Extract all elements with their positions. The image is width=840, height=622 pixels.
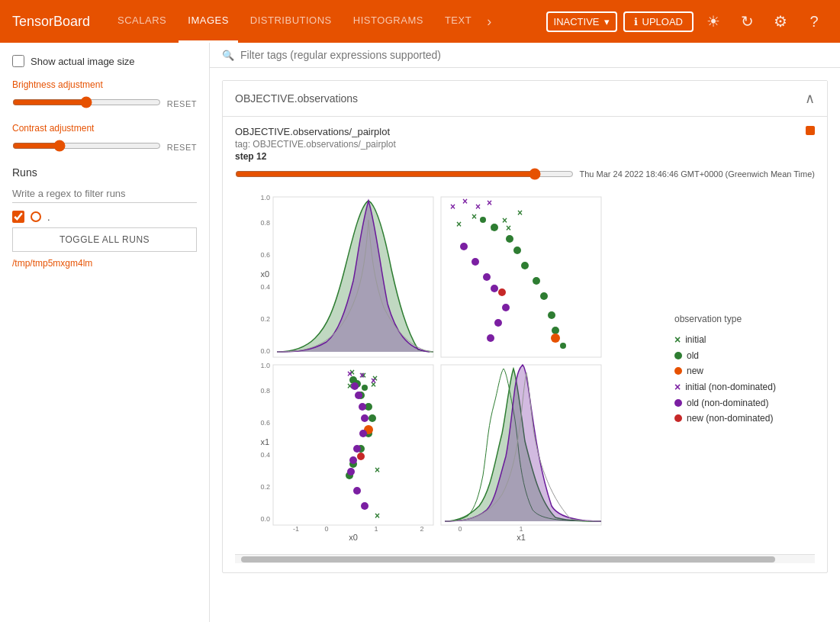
nav-bar: SCALARS IMAGES DISTRIBUTIONS HISTOGRAMS …: [108, 0, 540, 43]
svg-point-59: [487, 334, 494, 342]
upload-button[interactable]: ℹ UPLOAD: [623, 11, 694, 32]
step-slider[interactable]: [235, 168, 574, 180]
svg-point-57: [502, 304, 510, 311]
svg-text:x1: x1: [517, 533, 526, 542]
nav-text[interactable]: TEXT: [436, 0, 481, 43]
image-card-info: OBJECTIVE.observations/_pairplot tag: OB…: [235, 126, 396, 168]
svg-point-48: [551, 334, 560, 343]
svg-point-82: [351, 382, 359, 390]
svg-text:-1: -1: [293, 525, 299, 533]
svg-text:1: 1: [519, 525, 523, 533]
svg-point-66: [369, 414, 376, 422]
svg-text:0.2: 0.2: [260, 483, 270, 491]
svg-text:0.2: 0.2: [260, 315, 270, 323]
show-actual-size-label: Show actual image size: [31, 56, 135, 67]
svg-text:×: ×: [517, 208, 523, 218]
contrast-section: Contrast adjustment RESET: [12, 123, 197, 154]
svg-text:1.0: 1.0: [260, 194, 270, 201]
section-title: OBJECTIVE.observations: [235, 92, 358, 105]
legend-item-initial-nondom: × initial (non-dominated): [674, 381, 803, 393]
contrast-slider-container: [12, 140, 161, 154]
svg-text:×: ×: [475, 201, 481, 212]
legend-item-old: old: [674, 350, 803, 361]
svg-text:×: ×: [371, 375, 376, 386]
svg-point-55: [483, 273, 491, 281]
pairplot-svg: x0 x1 x0 x1 0.0 0.2 0.4 0.6 0.8: [235, 189, 616, 548]
svg-text:×: ×: [375, 465, 380, 475]
brightness-label: Brightness adjustment: [12, 79, 197, 90]
brightness-section: Brightness adjustment RESET: [12, 79, 197, 111]
svg-text:x1: x1: [260, 437, 269, 446]
contrast-reset-button[interactable]: RESET: [167, 143, 197, 152]
filter-runs-input[interactable]: [12, 185, 197, 203]
inactive-dropdown[interactable]: INACTIVE ▾: [546, 11, 617, 32]
contrast-slider[interactable]: [12, 140, 161, 152]
legend-label-initial: initial: [685, 334, 706, 345]
search-icon: 🔍: [222, 50, 234, 61]
image-card-step: step 12: [235, 151, 396, 162]
runs-title: Runs: [12, 166, 197, 179]
image-card-tag: tag: OBJECTIVE.observations/_pairplot: [235, 139, 396, 150]
run-checkbox[interactable]: [12, 211, 24, 223]
legend-area: observation type × initial old: [662, 189, 815, 548]
legend-marker-initial: ×: [674, 334, 681, 346]
svg-text:×: ×: [456, 219, 462, 230]
brightness-slider[interactable]: [12, 96, 161, 108]
svg-point-39: [521, 262, 529, 269]
svg-text:0.4: 0.4: [260, 451, 270, 459]
legend-title: observation type: [674, 314, 803, 324]
show-actual-size-checkbox-label[interactable]: Show actual image size: [12, 55, 197, 67]
legend-item-new-nondom: new (non-dominated): [674, 413, 803, 424]
nav-histograms[interactable]: HISTOGRAMS: [344, 0, 433, 43]
svg-point-90: [353, 487, 361, 495]
chevron-down-icon: ▾: [604, 16, 610, 27]
refresh-icon: ↻: [741, 12, 754, 31]
svg-point-60: [498, 288, 506, 296]
step-value: 12: [256, 151, 266, 162]
svg-text:×: ×: [506, 223, 511, 234]
nav-images[interactable]: IMAGES: [179, 0, 238, 43]
info-icon: ℹ: [634, 16, 638, 27]
svg-point-88: [349, 456, 357, 464]
legend-label-new-nondom: new (non-dominated): [687, 413, 773, 424]
settings-button[interactable]: ⚙: [767, 8, 794, 35]
svg-text:0.8: 0.8: [260, 219, 270, 227]
toggle-all-runs-button[interactable]: TOGGLE ALL RUNS: [12, 227, 197, 252]
horizontal-scrollbar[interactable]: [235, 554, 815, 563]
content: Show actual image size Brightness adjust…: [0, 43, 840, 622]
svg-point-56: [491, 285, 498, 292]
search-input[interactable]: [240, 49, 828, 61]
svg-text:0: 0: [458, 525, 462, 533]
sidebar: Show actual image size Brightness adjust…: [0, 43, 210, 622]
image-card-title: OBJECTIVE.observations/_pairplot: [235, 126, 396, 137]
legend-item-initial: × initial: [674, 334, 803, 346]
svg-point-83: [355, 392, 362, 399]
nav-more-button[interactable]: ›: [484, 0, 494, 43]
nav-scalars[interactable]: SCALARS: [108, 0, 175, 43]
svg-point-92: [357, 453, 365, 460]
header: TensorBoard SCALARS IMAGES DISTRIBUTIONS…: [0, 0, 840, 43]
svg-text:×: ×: [487, 198, 492, 208]
collapse-button[interactable]: ∧: [805, 90, 815, 107]
scrollbar-thumb[interactable]: [241, 556, 775, 562]
legend-item-new: new: [674, 366, 803, 376]
svg-point-58: [494, 319, 502, 327]
svg-text:0: 0: [324, 525, 328, 533]
upload-label: UPLOAD: [642, 16, 683, 27]
show-actual-size-checkbox[interactable]: [12, 55, 24, 67]
nav-distributions[interactable]: DISTRIBUTIONS: [241, 0, 341, 43]
contrast-slider-row: RESET: [12, 140, 197, 154]
help-button[interactable]: ?: [800, 8, 828, 35]
svg-text:0.6: 0.6: [260, 419, 270, 427]
run-path[interactable]: /tmp/tmp5mxgm4lm: [12, 258, 197, 269]
svg-text:×: ×: [375, 511, 380, 521]
svg-text:1: 1: [374, 525, 378, 533]
svg-text:0.8: 0.8: [260, 387, 270, 395]
theme-toggle-button[interactable]: ☀: [700, 8, 727, 35]
search-bar: 🔍: [210, 43, 840, 68]
svg-text:1.0: 1.0: [260, 362, 270, 369]
brightness-reset-button[interactable]: RESET: [167, 99, 197, 108]
run-dot-label: .: [47, 211, 50, 223]
gear-icon: ⚙: [774, 12, 787, 31]
refresh-button[interactable]: ↻: [733, 8, 761, 35]
